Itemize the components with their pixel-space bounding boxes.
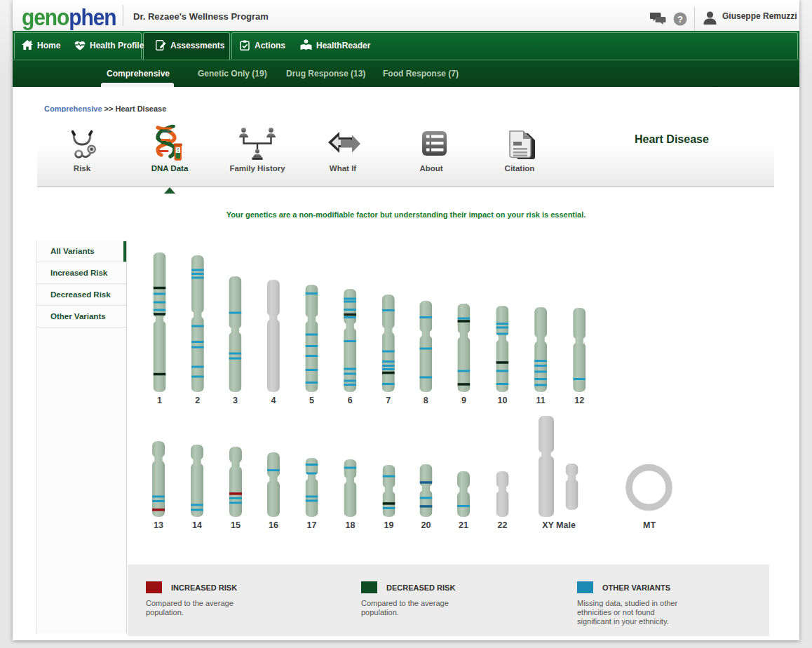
- svg-text:10: 10: [497, 396, 507, 405]
- svg-text:17: 17: [307, 520, 317, 530]
- svg-text:18: 18: [346, 520, 356, 530]
- svg-text:11: 11: [536, 396, 545, 405]
- svg-text:12: 12: [574, 396, 584, 405]
- svg-text:2: 2: [195, 396, 200, 405]
- svg-text:XY Male: XY Male: [542, 520, 576, 530]
- svg-text:3: 3: [233, 396, 238, 405]
- svg-text:16: 16: [269, 520, 278, 530]
- svg-text:20: 20: [421, 520, 431, 530]
- svg-text:15: 15: [231, 520, 241, 530]
- svg-text:8: 8: [424, 396, 428, 405]
- svg-text:5: 5: [309, 396, 314, 405]
- svg-text:22: 22: [498, 520, 508, 530]
- svg-text:14: 14: [192, 520, 202, 530]
- svg-text:6: 6: [348, 396, 353, 405]
- svg-text:1: 1: [157, 396, 162, 405]
- svg-text:MT: MT: [643, 520, 656, 530]
- svg-text:4: 4: [271, 396, 276, 405]
- svg-text:21: 21: [459, 520, 468, 530]
- svg-text:13: 13: [154, 520, 163, 530]
- svg-text:?: ?: [677, 14, 683, 25]
- svg-text:9: 9: [461, 396, 466, 405]
- svg-text:19: 19: [384, 520, 394, 530]
- svg-text:7: 7: [386, 396, 391, 405]
